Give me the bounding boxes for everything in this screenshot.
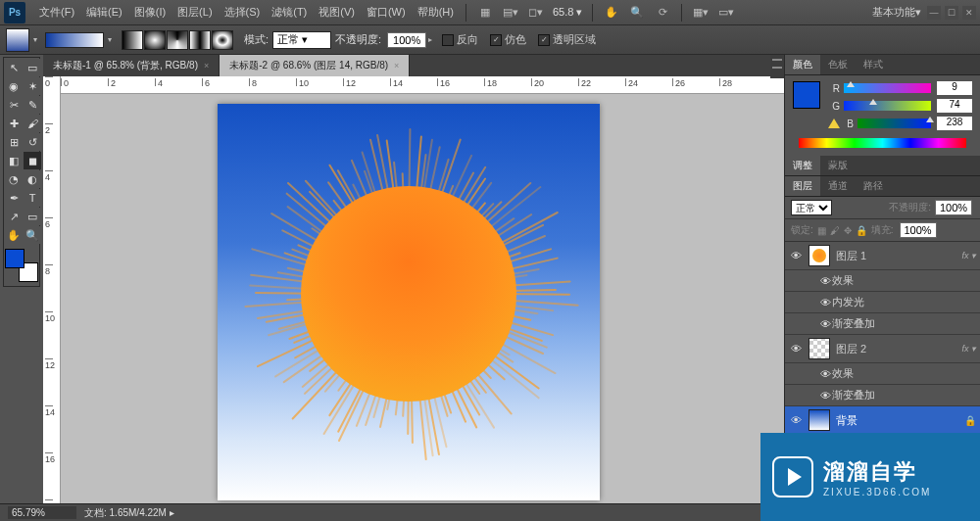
gradient-picker[interactable] — [45, 32, 104, 48]
tool-quick-select[interactable]: ✶ — [24, 77, 41, 95]
transparency-checkbox[interactable]: ✓ — [538, 34, 550, 46]
tool-pen[interactable]: ✒ — [5, 189, 23, 207]
panel-dock-strip[interactable] — [770, 55, 784, 78]
fill-input[interactable] — [900, 222, 937, 238]
gradient-dropdown[interactable]: ▾ — [108, 35, 116, 44]
layer-effects-header[interactable]: 👁效果 — [785, 270, 980, 292]
menu-image[interactable]: 图像(I) — [128, 0, 172, 24]
layer-thumbnail[interactable] — [808, 338, 830, 359]
layer-row[interactable]: 👁背景🔒 — [785, 406, 980, 435]
tool-lasso[interactable]: ◉ — [5, 77, 23, 95]
layer-opacity-input[interactable] — [935, 200, 972, 215]
tool-hand[interactable]: ✋ — [5, 226, 23, 244]
tab-adjustments[interactable]: 调整 — [785, 156, 820, 175]
fx-badge[interactable]: fx ▾ — [961, 344, 976, 354]
layer-name[interactable]: 图层 1 — [836, 249, 957, 263]
layer-effect-item[interactable]: 👁内发光 — [785, 292, 980, 313]
layer-effect-item[interactable]: 👁渐变叠加 — [785, 385, 980, 406]
tool-stamp[interactable]: ⊞ — [5, 133, 23, 151]
dither-checkbox[interactable]: ✓ — [490, 34, 502, 46]
menu-select[interactable]: 选择(S) — [219, 0, 267, 24]
tab-color[interactable]: 颜色 — [785, 55, 820, 74]
lock-pixels-icon[interactable]: 🖌 — [830, 225, 840, 236]
tool-blur[interactable]: ◔ — [5, 170, 23, 188]
tool-path[interactable]: ↗ — [5, 208, 23, 225]
blend-mode-select[interactable]: 正常 ▾ — [272, 31, 331, 49]
gradient-linear-button[interactable] — [122, 30, 143, 50]
visibility-toggle[interactable]: 👁 — [818, 390, 832, 402]
gradient-diamond-button[interactable] — [212, 30, 233, 50]
hue-ramp[interactable] — [799, 138, 966, 148]
menu-edit[interactable]: 编辑(E) — [80, 0, 128, 24]
workspace-switcher[interactable]: 基本功能 ▾ — [872, 5, 921, 20]
layer-thumbnail[interactable] — [808, 409, 830, 431]
arrange-docs-icon[interactable]: ▤▾ — [500, 2, 521, 24]
tool-gradient[interactable]: ◼ — [24, 152, 41, 169]
tool-crop[interactable]: ✂ — [5, 96, 23, 114]
close-button[interactable]: ✕ — [962, 6, 976, 20]
close-icon[interactable]: × — [394, 61, 399, 71]
canvas-viewport[interactable] — [61, 94, 784, 503]
visibility-toggle[interactable]: 👁 — [818, 368, 832, 380]
document-canvas[interactable] — [218, 104, 600, 500]
layer-name[interactable]: 图层 2 — [836, 342, 957, 356]
foreground-color-swatch[interactable] — [5, 249, 24, 268]
zoom-icon[interactable]: 🔍 — [626, 2, 648, 24]
tool-type[interactable]: T — [24, 189, 41, 207]
menu-window[interactable]: 窗口(W) — [361, 0, 412, 24]
tool-dodge[interactable]: ◐ — [24, 170, 41, 188]
visibility-toggle[interactable]: 👁 — [789, 414, 803, 426]
tool-preset-swatch[interactable] — [6, 28, 29, 52]
layer-thumbnail[interactable] — [808, 245, 830, 266]
tab-paths[interactable]: 路径 — [856, 176, 891, 196]
visibility-toggle[interactable]: 👁 — [818, 318, 832, 330]
tool-eyedropper[interactable]: ✎ — [24, 96, 41, 114]
gradient-reflected-button[interactable] — [189, 30, 211, 50]
tool-healing[interactable]: ✚ — [5, 115, 23, 132]
slider-r[interactable] — [844, 83, 931, 93]
menu-filter[interactable]: 滤镜(T) — [266, 0, 313, 24]
minimize-button[interactable]: — — [927, 6, 941, 20]
tool-move[interactable]: ↖ — [5, 59, 23, 76]
tab-layers[interactable]: 图层 — [785, 176, 820, 196]
visibility-toggle[interactable]: 👁 — [818, 275, 832, 287]
menu-layer[interactable]: 图层(L) — [172, 0, 218, 24]
tool-history-brush[interactable]: ↺ — [24, 133, 41, 151]
opacity-dropdown[interactable]: ▸ — [428, 35, 436, 44]
gradient-radial-button[interactable] — [144, 30, 166, 50]
visibility-toggle[interactable]: 👁 — [789, 250, 803, 261]
ruler-vertical[interactable]: 024681012141618 — [43, 76, 61, 503]
layer-row[interactable]: 👁图层 1fx ▾ — [785, 242, 980, 270]
value-r[interactable]: 9 — [937, 81, 972, 95]
visibility-toggle[interactable]: 👁 — [818, 297, 832, 308]
gamut-warning-icon[interactable] — [828, 118, 840, 128]
layer-effect-item[interactable]: 👁渐变叠加 — [785, 313, 980, 335]
zoom-percent[interactable]: 65.8 ▾ — [553, 6, 582, 19]
hand-icon[interactable]: ✋ — [601, 2, 622, 24]
opacity-input[interactable] — [387, 32, 426, 48]
status-zoom[interactable]: 65.79% — [8, 506, 76, 519]
bridge-icon[interactable]: ▦ — [474, 2, 496, 24]
fx-badge[interactable]: fx ▾ — [961, 251, 976, 260]
maximize-button[interactable]: ☐ — [945, 6, 958, 20]
tab-channels[interactable]: 通道 — [820, 176, 856, 196]
tool-brush[interactable]: 🖌 — [24, 115, 41, 132]
layer-effects-header[interactable]: 👁效果 — [785, 363, 980, 385]
tool-marquee[interactable]: ▭ — [24, 59, 41, 76]
color-panel-swatch[interactable] — [793, 81, 820, 109]
reverse-checkbox[interactable] — [442, 34, 454, 46]
tool-zoom[interactable]: 🔍 — [24, 226, 41, 244]
visibility-toggle[interactable]: 👁 — [789, 343, 803, 355]
layer-row[interactable]: 👁图层 2fx ▾ — [785, 335, 980, 363]
color-swatches[interactable] — [5, 249, 38, 282]
lock-all-icon[interactable]: 🔒 — [856, 225, 867, 236]
extras-icon[interactable]: ▦▾ — [690, 2, 711, 24]
ruler-horizontal[interactable]: 0246810121416182022242628 — [61, 76, 784, 94]
slider-b[interactable] — [858, 118, 931, 128]
tab-styles[interactable]: 样式 — [856, 55, 891, 74]
close-icon[interactable]: × — [204, 61, 209, 71]
lock-position-icon[interactable]: ✥ — [844, 225, 852, 236]
value-b[interactable]: 238 — [937, 117, 972, 130]
slider-g[interactable] — [844, 101, 931, 111]
document-tab[interactable]: 未标题-1 @ 65.8% (背景, RGB/8)× — [43, 55, 220, 76]
